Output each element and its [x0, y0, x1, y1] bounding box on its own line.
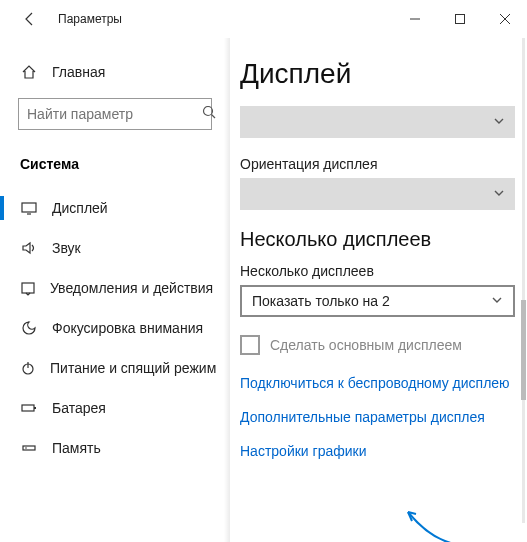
svg-point-14: [25, 447, 27, 449]
sidebar-item-storage[interactable]: Память: [0, 428, 230, 468]
svg-rect-11: [22, 405, 34, 411]
annotation-arrow: [400, 504, 470, 542]
search-input[interactable]: [27, 106, 202, 122]
checkbox-label: Сделать основным дисплеем: [270, 337, 462, 353]
content-area: Дисплей Ориентация дисплея Несколько дис…: [230, 38, 527, 542]
sidebar-item-label: Дисплей: [52, 200, 108, 216]
home-label: Главная: [52, 64, 105, 80]
sidebar-item-label: Уведомления и действия: [50, 280, 213, 296]
wireless-display-link[interactable]: Подключиться к беспроводному дисплею: [240, 375, 517, 391]
notifications-icon: [20, 280, 36, 296]
advanced-display-link[interactable]: Дополнительные параметры дисплея: [240, 409, 517, 425]
graphics-settings-link[interactable]: Настройки графики: [240, 443, 517, 459]
section-title: Система: [0, 148, 230, 188]
battery-icon: [20, 400, 38, 416]
scale-dropdown[interactable]: [240, 106, 515, 138]
svg-rect-13: [23, 446, 35, 450]
sidebar-item-focus[interactable]: Фокусировка внимания: [0, 308, 230, 348]
home-icon: [20, 64, 38, 80]
sidebar-item-sound[interactable]: Звук: [0, 228, 230, 268]
close-button[interactable]: [482, 4, 527, 34]
focus-icon: [20, 320, 38, 336]
display-icon: [20, 200, 38, 216]
window-title: Параметры: [58, 12, 122, 26]
home-nav[interactable]: Главная: [0, 56, 230, 88]
svg-rect-1: [455, 15, 464, 24]
sidebar-item-battery[interactable]: Батарея: [0, 388, 230, 428]
chevron-down-icon: [493, 113, 505, 131]
minimize-button[interactable]: [392, 4, 437, 34]
sidebar-item-label: Питание и спящий режим: [50, 360, 216, 376]
multi-displays-label: Несколько дисплеев: [240, 263, 517, 279]
chevron-down-icon: [493, 185, 505, 203]
multi-displays-heading: Несколько дисплеев: [240, 228, 517, 251]
window-controls: [392, 4, 527, 34]
sidebar-item-power[interactable]: Питание и спящий режим: [0, 348, 230, 388]
dropdown-value: Показать только на 2: [252, 293, 390, 309]
search-box[interactable]: [18, 98, 212, 130]
svg-rect-6: [22, 203, 36, 212]
storage-icon: [20, 440, 38, 456]
sidebar-item-label: Батарея: [52, 400, 106, 416]
scrollbar-thumb[interactable]: [521, 300, 526, 400]
sidebar-item-label: Память: [52, 440, 101, 456]
main-display-checkbox[interactable]: Сделать основным дисплеем: [240, 335, 517, 355]
search-icon: [202, 105, 216, 123]
orientation-label: Ориентация дисплея: [240, 156, 517, 172]
svg-rect-12: [34, 407, 36, 409]
titlebar: Параметры: [0, 0, 527, 38]
sidebar-item-label: Фокусировка внимания: [52, 320, 203, 336]
multi-displays-dropdown[interactable]: Показать только на 2: [240, 285, 515, 317]
svg-point-4: [204, 107, 213, 116]
svg-rect-8: [22, 283, 34, 293]
sidebar-item-notifications[interactable]: Уведомления и действия: [0, 268, 230, 308]
back-button[interactable]: [16, 5, 44, 33]
power-icon: [20, 360, 36, 376]
page-heading: Дисплей: [240, 58, 517, 90]
sidebar-item-label: Звук: [52, 240, 81, 256]
orientation-dropdown[interactable]: [240, 178, 515, 210]
maximize-button[interactable]: [437, 4, 482, 34]
chevron-down-icon: [491, 292, 503, 310]
svg-line-5: [212, 115, 216, 119]
scrollbar-track[interactable]: [522, 38, 525, 523]
checkbox-icon: [240, 335, 260, 355]
sidebar: Главная Система Дисплей Звук Уведо: [0, 38, 230, 542]
sidebar-item-display[interactable]: Дисплей: [0, 188, 230, 228]
sound-icon: [20, 240, 38, 256]
